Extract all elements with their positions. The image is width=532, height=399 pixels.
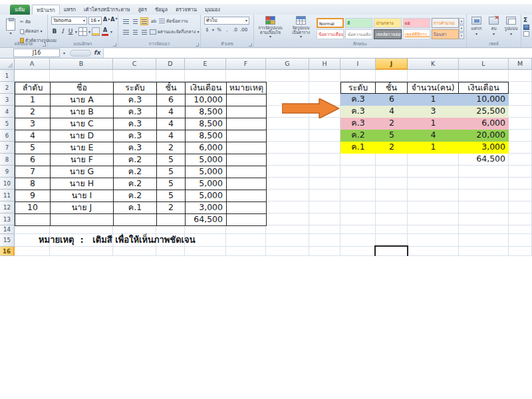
paste-button[interactable]: ▾ xyxy=(3,17,19,43)
cell[interactable]: 5 xyxy=(157,166,186,178)
align-right-button[interactable] xyxy=(140,28,148,36)
grid-cell[interactable] xyxy=(509,154,532,166)
grid-cell[interactable] xyxy=(309,213,340,225)
tab-data[interactable]: ข้อมูล xyxy=(151,5,172,15)
cell[interactable]: 4 xyxy=(157,118,186,130)
column-header-K[interactable]: K xyxy=(408,59,459,70)
tab-home[interactable]: หน้าแรก xyxy=(32,5,60,15)
cell[interactable]: ระดับ xyxy=(114,82,157,94)
cell[interactable] xyxy=(227,190,267,202)
grid-cell[interactable] xyxy=(309,154,340,166)
dialog-launcher-icon[interactable] xyxy=(249,43,252,47)
cell[interactable]: จำนวน(คน) xyxy=(408,82,459,94)
cells-delete-button[interactable]: ลบ▾ xyxy=(485,17,502,36)
column-header-B[interactable]: B xyxy=(50,59,113,70)
grid-cell[interactable] xyxy=(509,225,532,234)
cell[interactable]: ชื่อ xyxy=(51,82,114,94)
cell[interactable]: 2 xyxy=(157,202,186,214)
format-as-table-button[interactable]: จัดรูปแบบ เป็นตาราง ▾ xyxy=(286,16,316,44)
cell[interactable]: 4 xyxy=(157,130,186,142)
grid-cell[interactable] xyxy=(459,213,509,225)
increase-decimal-button[interactable]: .0 xyxy=(232,27,238,33)
cell[interactable] xyxy=(227,130,267,142)
grid-cell[interactable] xyxy=(266,201,309,213)
cell[interactable]: 10,000 xyxy=(186,94,227,106)
grid-cell[interactable] xyxy=(266,130,309,142)
grid-cell[interactable] xyxy=(266,154,309,166)
grid-cell[interactable] xyxy=(459,70,509,82)
cell[interactable]: นาย D xyxy=(51,130,114,142)
cell[interactable]: ค.2 xyxy=(114,190,157,202)
grid-cell[interactable] xyxy=(509,166,532,178)
column-header-F[interactable]: F xyxy=(226,59,266,70)
clear-icon[interactable] xyxy=(523,31,529,37)
grid-cell[interactable] xyxy=(408,201,459,213)
grid-cell[interactable] xyxy=(408,225,459,234)
cell[interactable]: ระดับ xyxy=(340,82,376,94)
grid-cell[interactable] xyxy=(266,213,309,225)
grid-cell[interactable] xyxy=(509,118,532,130)
grid-cell[interactable] xyxy=(113,225,156,234)
gallery-down-button[interactable]: ▾ xyxy=(459,25,464,32)
cells-insert-button[interactable]: แทรก▾ xyxy=(468,17,485,36)
grid-cell[interactable] xyxy=(266,247,309,256)
cell[interactable]: 8 xyxy=(15,178,51,190)
cell[interactable] xyxy=(227,166,267,178)
grid-cell[interactable] xyxy=(266,142,309,154)
autosum-button[interactable]: Σ xyxy=(523,17,527,23)
row-header-12[interactable]: 12 xyxy=(0,201,15,213)
row-header-8[interactable]: 8 xyxy=(0,154,15,166)
align-middle-button[interactable] xyxy=(131,17,139,25)
grid-cell[interactable] xyxy=(340,234,376,247)
cell[interactable]: 7 xyxy=(15,166,51,178)
grid-cell[interactable] xyxy=(509,94,532,106)
cell[interactable]: ชั้น xyxy=(376,82,408,94)
column-header-E[interactable]: E xyxy=(185,59,226,70)
style-bad[interactable]: แย่ xyxy=(403,18,430,28)
grid-cell[interactable] xyxy=(266,82,309,94)
merge-center-button[interactable]: ผสานและจัดกึ่งกลาง ▾ xyxy=(150,29,199,35)
grid-cell[interactable] xyxy=(408,234,459,247)
grid-cell[interactable] xyxy=(309,70,340,82)
cell[interactable] xyxy=(227,106,267,118)
style-neutral[interactable]: ปานกลาง xyxy=(374,18,401,28)
cell[interactable]: ค.2 xyxy=(114,166,157,178)
style-explanatory[interactable]: ข้อความอธิบาย xyxy=(345,29,372,39)
cell[interactable] xyxy=(227,118,267,130)
cell[interactable]: 4 xyxy=(157,106,186,118)
cell[interactable] xyxy=(157,214,186,226)
cell[interactable]: ค.3 xyxy=(114,106,157,118)
grid-cell[interactable] xyxy=(185,247,226,256)
cell[interactable]: 4 xyxy=(376,106,408,118)
font-family-select[interactable]: Tahoma ▾ xyxy=(51,17,87,25)
font-color-icon[interactable]: A xyxy=(101,27,109,36)
row-header-1[interactable]: 1 xyxy=(0,70,15,82)
cell[interactable]: 3 xyxy=(408,106,459,118)
cell[interactable]: ค.3 xyxy=(114,142,157,154)
grid-cell[interactable] xyxy=(309,166,340,178)
cell[interactable]: นาย A xyxy=(51,94,114,106)
grid-cell[interactable] xyxy=(15,247,50,256)
row-header-9[interactable]: 9 xyxy=(0,166,15,178)
row-header-13[interactable]: 13 xyxy=(0,213,15,225)
cell[interactable]: ค.1 xyxy=(114,202,157,214)
cell[interactable]: 2 xyxy=(376,118,408,130)
row-header-16[interactable]: 16 xyxy=(0,247,15,256)
cell[interactable]: 3,000 xyxy=(186,202,227,214)
grid-cell[interactable] xyxy=(340,166,376,178)
cell[interactable]: นาย J xyxy=(51,202,114,214)
borders-icon[interactable] xyxy=(78,27,87,36)
grid-cell[interactable] xyxy=(408,70,459,82)
cell[interactable]: 5,000 xyxy=(186,166,227,178)
cell[interactable]: 2 xyxy=(376,142,408,154)
number-format-select[interactable]: ทั่วไป ▾ xyxy=(204,17,249,25)
grid-cell[interactable] xyxy=(226,70,266,82)
grid-cell[interactable] xyxy=(459,247,509,256)
tab-view[interactable]: มุมมอง xyxy=(201,5,224,15)
cell[interactable]: ค.3 xyxy=(114,130,157,142)
column-header-C[interactable]: C xyxy=(113,59,156,70)
grid-cell[interactable] xyxy=(340,213,376,225)
grid-cell[interactable] xyxy=(309,225,340,234)
grid-cell[interactable] xyxy=(459,225,509,234)
style-input[interactable]: ป้อนค่า xyxy=(432,29,459,39)
